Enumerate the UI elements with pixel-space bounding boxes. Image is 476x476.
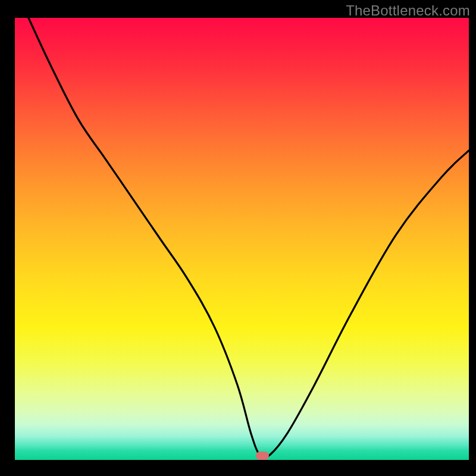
chart-frame: TheBottleneck.com bbox=[0, 0, 476, 476]
watermark-text: TheBottleneck.com bbox=[346, 2, 470, 19]
bottleneck-curve-path bbox=[29, 18, 469, 459]
trough-marker bbox=[256, 452, 269, 460]
bottleneck-curve bbox=[15, 18, 469, 460]
